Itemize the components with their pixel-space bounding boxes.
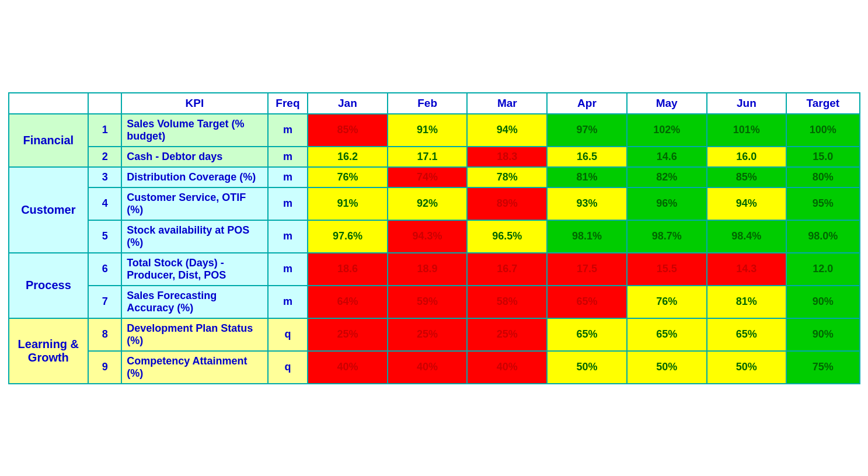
category-cell: Learning & Growth bbox=[9, 318, 89, 384]
data-cell-mar: 78% bbox=[467, 167, 547, 187]
target-cell: 12.0 bbox=[786, 253, 859, 286]
data-cell-apr: 50% bbox=[547, 351, 627, 384]
kpi-name: Total Stock (Days) - Producer, Dist, POS bbox=[121, 253, 268, 286]
data-cell-feb: 91% bbox=[388, 114, 468, 147]
freq-cell: m bbox=[268, 286, 308, 318]
data-cell-apr: 16.5 bbox=[547, 147, 627, 167]
data-cell-jun: 65% bbox=[707, 318, 787, 351]
data-cell-jan: 76% bbox=[308, 167, 388, 187]
data-cell-jan: 40% bbox=[308, 351, 388, 384]
data-cell-may: 96% bbox=[627, 187, 707, 220]
data-cell-mar: 16.7 bbox=[467, 253, 547, 286]
data-cell-apr: 65% bbox=[547, 286, 627, 318]
row-number: 6 bbox=[88, 253, 121, 286]
table-row: 2Cash - Debtor daysm16.217.118.316.514.6… bbox=[9, 147, 860, 167]
data-cell-mar: 96.5% bbox=[467, 220, 547, 253]
freq-cell: q bbox=[268, 318, 308, 351]
data-cell-mar: 40% bbox=[467, 351, 547, 384]
data-cell-feb: 25% bbox=[388, 318, 468, 351]
data-cell-jun: 16.0 bbox=[707, 147, 787, 167]
data-cell-may: 15.5 bbox=[627, 253, 707, 286]
data-cell-may: 98.7% bbox=[627, 220, 707, 253]
row-number: 9 bbox=[88, 351, 121, 384]
kpi-name: Sales Forecasting Accuracy (%) bbox=[121, 286, 268, 318]
table-row: Process6Total Stock (Days) - Producer, D… bbox=[9, 253, 860, 286]
data-cell-may: 65% bbox=[627, 318, 707, 351]
data-cell-jan: 91% bbox=[308, 187, 388, 220]
header-jan: Jan bbox=[308, 93, 388, 114]
table-row: Learning & Growth8Development Plan Statu… bbox=[9, 318, 860, 351]
data-cell-feb: 18.9 bbox=[388, 253, 468, 286]
data-cell-may: 82% bbox=[627, 167, 707, 187]
data-cell-mar: 94% bbox=[467, 114, 547, 147]
kpi-name: Stock availability at POS (%) bbox=[121, 220, 268, 253]
data-cell-feb: 40% bbox=[388, 351, 468, 384]
header-target: Target bbox=[786, 93, 859, 114]
target-cell: 15.0 bbox=[786, 147, 859, 167]
data-cell-jun: 101% bbox=[707, 114, 787, 147]
freq-cell: m bbox=[268, 220, 308, 253]
row-number: 5 bbox=[88, 220, 121, 253]
kpi-name: Distribution Coverage (%) bbox=[121, 167, 268, 187]
data-cell-mar: 18.3 bbox=[467, 147, 547, 167]
row-number: 3 bbox=[88, 167, 121, 187]
data-cell-apr: 93% bbox=[547, 187, 627, 220]
data-cell-jun: 94% bbox=[707, 187, 787, 220]
data-cell-jan: 16.2 bbox=[308, 147, 388, 167]
data-cell-apr: 65% bbox=[547, 318, 627, 351]
table-row: 7Sales Forecasting Accuracy (%)m64%59%58… bbox=[9, 286, 860, 318]
table-row: 9Competency Attainment (%)q40%40%40%50%5… bbox=[9, 351, 860, 384]
data-cell-may: 14.6 bbox=[627, 147, 707, 167]
data-cell-jun: 85% bbox=[707, 167, 787, 187]
data-cell-may: 102% bbox=[627, 114, 707, 147]
kpi-name: Customer Service, OTIF (%) bbox=[121, 187, 268, 220]
data-cell-mar: 89% bbox=[467, 187, 547, 220]
target-cell: 90% bbox=[786, 286, 859, 318]
target-cell: 95% bbox=[786, 187, 859, 220]
scorecard-table-wrapper: KPI Freq Jan Feb Mar Apr May Jun Target … bbox=[8, 92, 860, 384]
header-feb: Feb bbox=[388, 93, 468, 114]
header-kpi: KPI bbox=[121, 93, 268, 114]
freq-cell: m bbox=[268, 253, 308, 286]
header-category bbox=[9, 93, 89, 114]
target-cell: 90% bbox=[786, 318, 859, 351]
data-cell-jun: 98.4% bbox=[707, 220, 787, 253]
data-cell-jan: 64% bbox=[308, 286, 388, 318]
table-row: 5Stock availability at POS (%)m97.6%94.3… bbox=[9, 220, 860, 253]
data-cell-feb: 74% bbox=[388, 167, 468, 187]
data-cell-apr: 98.1% bbox=[547, 220, 627, 253]
table-header-row: KPI Freq Jan Feb Mar Apr May Jun Target bbox=[9, 93, 860, 114]
table-row: Financial1Sales Volume Target (% budget)… bbox=[9, 114, 860, 147]
data-cell-jan: 25% bbox=[308, 318, 388, 351]
category-cell: Customer bbox=[9, 167, 89, 253]
data-cell-may: 50% bbox=[627, 351, 707, 384]
kpi-name: Competency Attainment (%) bbox=[121, 351, 268, 384]
data-cell-may: 76% bbox=[627, 286, 707, 318]
data-cell-feb: 92% bbox=[388, 187, 468, 220]
data-cell-mar: 58% bbox=[467, 286, 547, 318]
header-jun: Jun bbox=[707, 93, 787, 114]
freq-cell: q bbox=[268, 351, 308, 384]
kpi-name: Development Plan Status (%) bbox=[121, 318, 268, 351]
target-cell: 80% bbox=[786, 167, 859, 187]
kpi-scorecard-table: KPI Freq Jan Feb Mar Apr May Jun Target … bbox=[8, 92, 860, 384]
data-cell-jan: 97.6% bbox=[308, 220, 388, 253]
kpi-name: Cash - Debtor days bbox=[121, 147, 268, 167]
row-number: 1 bbox=[88, 114, 121, 147]
kpi-name: Sales Volume Target (% budget) bbox=[121, 114, 268, 147]
data-cell-feb: 59% bbox=[388, 286, 468, 318]
freq-cell: m bbox=[268, 187, 308, 220]
target-cell: 75% bbox=[786, 351, 859, 384]
data-cell-apr: 97% bbox=[547, 114, 627, 147]
data-cell-jun: 50% bbox=[707, 351, 787, 384]
target-cell: 98.0% bbox=[786, 220, 859, 253]
header-apr: Apr bbox=[547, 93, 627, 114]
data-cell-mar: 25% bbox=[467, 318, 547, 351]
freq-cell: m bbox=[268, 147, 308, 167]
category-cell: Financial bbox=[9, 114, 89, 167]
data-cell-feb: 94.3% bbox=[388, 220, 468, 253]
table-row: Customer3Distribution Coverage (%)m76%74… bbox=[9, 167, 860, 187]
row-number: 2 bbox=[88, 147, 121, 167]
data-cell-apr: 81% bbox=[547, 167, 627, 187]
data-cell-apr: 17.5 bbox=[547, 253, 627, 286]
